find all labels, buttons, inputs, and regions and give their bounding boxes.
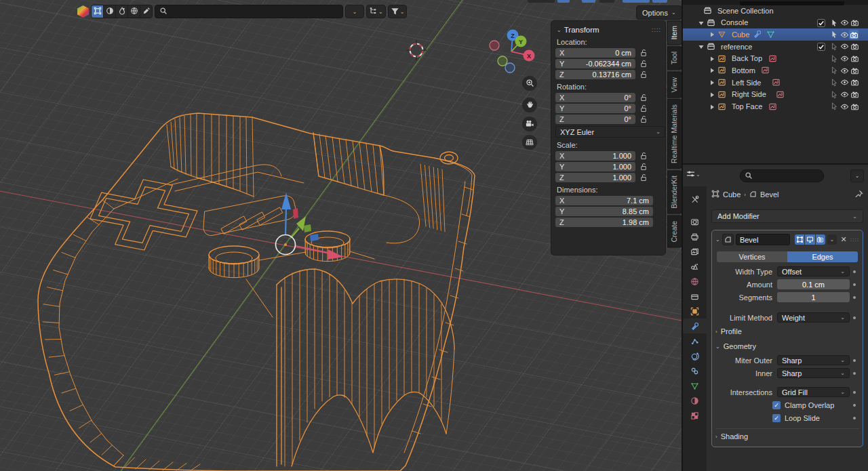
disclosure-right-icon[interactable] (709, 104, 715, 112)
properties-filter-button[interactable]: ⌄ (850, 169, 864, 182)
properties-tab-material[interactable] (683, 393, 707, 408)
flag-toggle-icon[interactable] (829, 78, 839, 87)
outliner-row-console[interactable]: Console (683, 17, 868, 29)
lock-icon[interactable] (639, 60, 648, 68)
value-field[interactable]: Z1.000 (555, 173, 635, 182)
lock-icon[interactable] (639, 104, 648, 112)
flag-toggle-icon[interactable] (829, 102, 839, 111)
section-profile[interactable]: ›Profile (715, 324, 859, 339)
animate-dot[interactable] (850, 283, 859, 286)
panel-drag-icon[interactable]: :::: (652, 26, 661, 33)
eye-toggle-icon[interactable] (840, 30, 849, 39)
modifier-extras-dropdown[interactable]: ⌄ (827, 234, 837, 245)
properties-tab-constraints[interactable] (683, 363, 707, 378)
nav-minus-y-ball[interactable] (498, 56, 507, 66)
sidebar-tab-item[interactable]: Item (667, 20, 682, 45)
lock-icon[interactable] (639, 115, 648, 123)
inner-dropdown[interactable]: Sharp⌄ (777, 368, 850, 378)
rotation-mode-dropdown[interactable]: XYZ Euler⌄ (555, 126, 665, 138)
render-display-toggle[interactable] (816, 234, 825, 245)
outliner-row-left-side[interactable]: Left Side (683, 77, 868, 89)
properties-tab-collection[interactable] (683, 289, 707, 304)
move-gizmo[interactable] (276, 192, 344, 260)
value-field[interactable]: Z0.13716 cm (555, 70, 635, 79)
outliner-row-reference[interactable]: reference (683, 41, 868, 53)
properties-tab-world[interactable] (683, 274, 707, 289)
flag-toggle-icon[interactable] (829, 18, 839, 28)
lock-icon[interactable] (639, 163, 648, 171)
camera-toggle-icon[interactable] (850, 66, 859, 75)
miter-outer-dropdown[interactable]: Sharp⌄ (777, 355, 850, 365)
camera-toggle-icon[interactable] (850, 54, 859, 64)
sidebar-tab-view[interactable]: View (667, 72, 682, 98)
clamp-overlap-checkbox[interactable]: ✓ (772, 401, 781, 409)
properties-tab-output[interactable] (683, 229, 707, 244)
value-field[interactable]: X7.1 cm (555, 196, 653, 205)
affect-vertices-button[interactable]: Vertices (717, 251, 787, 262)
flag-toggle-icon[interactable] (829, 54, 839, 64)
disclosure-down-icon[interactable] (698, 20, 705, 28)
cube-wireframe-object[interactable] (38, 113, 475, 471)
exclude-checkbox[interactable] (816, 18, 826, 28)
value-field[interactable]: X1.000 (555, 151, 635, 161)
sidebar-tab-tool[interactable]: Tool (667, 46, 682, 70)
asset-search-field[interactable] (155, 5, 343, 18)
lock-icon[interactable] (639, 94, 648, 102)
nav-minus-z-ball[interactable] (505, 63, 515, 73)
disclosure-right-icon[interactable] (709, 67, 715, 75)
width-type-dropdown[interactable]: Offset⌄ (777, 266, 850, 277)
navigation-gizmo[interactable]: Z Y X (490, 30, 535, 73)
lock-icon[interactable] (639, 49, 648, 57)
value-field[interactable]: Y-0.062344 cm (555, 59, 635, 68)
lock-icon[interactable] (639, 70, 648, 79)
scene-asset-icon[interactable] (116, 5, 128, 18)
properties-tab-render[interactable] (683, 214, 707, 229)
properties-tab-modifiers[interactable] (683, 319, 707, 333)
value-field[interactable]: Z1.98 cm (555, 218, 653, 227)
properties-tab-tool[interactable] (683, 192, 707, 207)
lock-icon[interactable] (639, 152, 648, 160)
intersections-dropdown[interactable]: Grid Fill⌄ (777, 387, 850, 397)
disclosure-right-icon[interactable] (709, 56, 715, 64)
collapse-button[interactable]: ⌄ (345, 5, 364, 18)
value-field[interactable]: Y8.85 cm (555, 207, 653, 216)
search-input[interactable] (167, 7, 319, 16)
realtime-display-toggle[interactable] (805, 234, 814, 245)
eye-toggle-icon[interactable] (840, 78, 849, 87)
eye-toggle-icon[interactable] (840, 54, 849, 64)
disclosure-down-icon[interactable] (698, 43, 705, 52)
camera-toggle-icon[interactable] (850, 90, 859, 100)
outliner-row-top-face[interactable]: Top Face (683, 101, 868, 113)
modifier-name-field[interactable]: Bevel (736, 234, 790, 245)
modifier-delete-button[interactable]: ✕ (839, 234, 848, 245)
disclosure-right-icon[interactable] (709, 31, 715, 39)
value-field[interactable]: X0° (555, 93, 635, 102)
sidebar-tab-create[interactable]: Create (667, 216, 682, 248)
zoom-button[interactable] (522, 76, 537, 91)
brush-asset-icon[interactable] (140, 5, 152, 18)
properties-tab-scene[interactable] (683, 259, 707, 274)
pan-hand-button[interactable] (522, 98, 537, 112)
loop-slide-checkbox[interactable]: ✓ (772, 414, 781, 422)
modifier-collapse-icon[interactable]: ⌄ (715, 237, 720, 243)
camera-toggle-icon[interactable] (850, 18, 859, 28)
3d-viewport[interactable]: Z Y X ⌄ ⌄ (0, 0, 683, 471)
animate-dot[interactable] (850, 296, 859, 299)
animate-dot[interactable] (850, 417, 859, 419)
add-modifier-button[interactable]: Add Modifier⌄ (711, 209, 863, 223)
breadcrumb-modifier[interactable]: Bevel (760, 190, 779, 199)
value-field[interactable]: Y1.000 (555, 162, 635, 171)
edit-mode-display-toggle[interactable] (795, 234, 804, 245)
camera-toggle-icon[interactable] (850, 78, 859, 87)
properties-tab-particles[interactable] (683, 333, 707, 348)
outliner-row-bottom[interactable]: Bottom (683, 64, 868, 77)
disclosure-right-icon[interactable] (709, 79, 715, 87)
exclude-checkbox[interactable] (816, 42, 826, 52)
properties-tab-physics[interactable] (683, 348, 707, 363)
properties-tab-data[interactable] (683, 378, 707, 393)
flag-toggle-icon[interactable] (829, 30, 839, 39)
eye-toggle-icon[interactable] (840, 42, 849, 52)
panel-collapse-icon[interactable]: ⌄ (557, 27, 561, 33)
animate-dot[interactable] (850, 404, 859, 407)
section-shading[interactable]: ›Shading (715, 428, 859, 444)
